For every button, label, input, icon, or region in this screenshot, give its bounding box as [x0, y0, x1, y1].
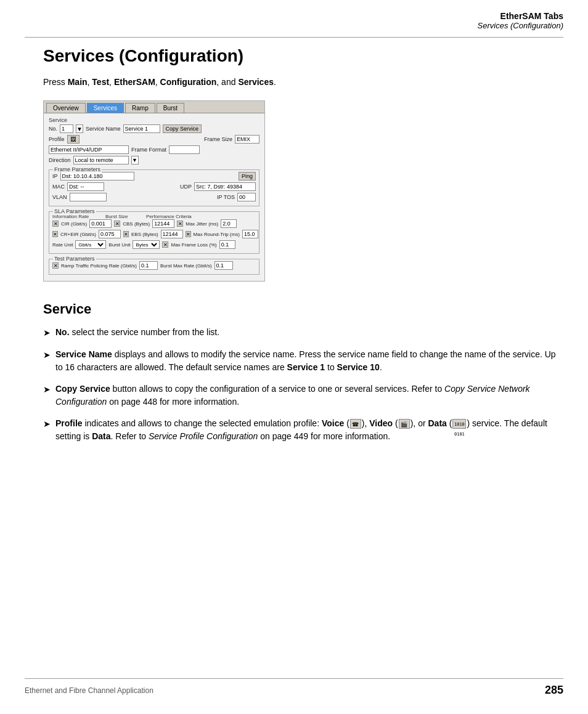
bullet-text-copy-service: Copy Service button allows to copy the c… — [55, 383, 557, 408]
frame-loss-checkbox[interactable] — [162, 241, 168, 248]
bullet-profile: ➤ Profile indicates and allows to change… — [43, 417, 557, 443]
profile-row: Profile 🖼 Frame Size — [49, 135, 259, 144]
arrow-copy-service: ➤ — [43, 383, 51, 396]
rate-unit-label: Rate Unit — [52, 242, 73, 248]
creir-input[interactable] — [99, 230, 121, 238]
frame-format-input[interactable] — [169, 145, 200, 154]
data-bold2: Data — [92, 431, 110, 441]
copy-service-italic: Copy Service Network Configuration — [55, 384, 530, 407]
sla-params-group: SLA Parameters Information Rate Burst Si… — [49, 211, 259, 254]
ramp-input[interactable] — [139, 261, 158, 270]
configuration-bold: Configuration — [160, 77, 217, 87]
tab-overview[interactable]: Overview — [46, 103, 86, 113]
cir-row: CIR (Gbit/s) CBS (Bytes) Max Jitter (ms) — [52, 219, 256, 228]
ip-tos-input[interactable] — [237, 193, 256, 201]
mac-row: MAC UDP — [52, 182, 256, 191]
udp-label: UDP — [180, 184, 192, 190]
info-rate-header: Information Rate — [52, 214, 102, 219]
ebs-label: EBS (Bytes) — [131, 232, 158, 237]
creir-row: CR+EIR (Gbit/s) EBS (Bytes) Max Round-Tr… — [52, 230, 256, 238]
page-number: 285 — [545, 684, 563, 697]
ebs-checkbox[interactable] — [123, 231, 129, 237]
tab-ramp[interactable]: Ramp — [125, 103, 155, 113]
ramp-checkbox[interactable] — [52, 262, 59, 269]
tab-burst[interactable]: Burst — [157, 103, 184, 113]
burst-unit-select[interactable]: Bytes — [133, 240, 160, 249]
frame-format-label: Frame Format — [131, 147, 166, 153]
no-term: No. — [55, 327, 70, 337]
copy-service-button[interactable]: Copy Service — [163, 124, 202, 133]
direction-label: Direction — [49, 157, 71, 163]
profile-term: Profile — [55, 418, 83, 428]
framing-row: Frame Format — [49, 145, 259, 154]
no-dropdown[interactable]: ▼ — [76, 124, 83, 133]
bullet-copy-service: ➤ Copy Service button allows to copy the… — [43, 383, 557, 408]
ramp-label: Ramp Traffic Policing Rate (Gbit/s) — [61, 263, 137, 269]
main-bold: Main — [68, 77, 88, 87]
udp-input[interactable] — [194, 182, 256, 191]
creir-label: CR+EIR (Gbit/s) — [60, 232, 96, 237]
ip-label: IP — [52, 173, 58, 179]
cir-checkbox[interactable] — [52, 221, 59, 227]
burst-unit-label: Burst Unit — [108, 242, 130, 248]
frame-loss-label: Max Frame Loss (%) — [171, 242, 216, 248]
ebs-input[interactable] — [161, 230, 183, 238]
arrow-no: ➤ — [43, 327, 51, 339]
framing-input[interactable] — [49, 145, 129, 154]
test-bold: Test — [92, 77, 109, 87]
frame-size-input[interactable] — [235, 135, 259, 144]
service-section-label: Service — [49, 117, 259, 123]
header-subtitle: Services (Configuration) — [478, 21, 563, 30]
direction-dropdown[interactable]: ▼ — [131, 156, 139, 164]
burst-size-header: Burst Size — [105, 214, 142, 219]
no-input[interactable] — [60, 124, 73, 133]
bullet-text-profile: Profile indicates and allows to change t… — [55, 417, 557, 443]
cir-input[interactable] — [89, 219, 112, 228]
service10-bold: Service 10 — [337, 362, 380, 372]
max-rt-input[interactable] — [242, 230, 258, 238]
mac-input[interactable] — [67, 182, 104, 191]
frame-params-group: Frame Parameters IP Ping MAC UDP VLAN — [49, 169, 259, 206]
intro-paragraph: Press Main, Test, EtherSAM, Configuratio… — [43, 77, 557, 87]
service-subsection-title: Service — [43, 301, 557, 317]
service-profile-italic: Service Profile Configuration — [149, 431, 258, 441]
burst-max-input[interactable] — [214, 261, 233, 270]
cbs-input[interactable] — [152, 219, 174, 228]
page-header: EtherSAM Tabs Services (Configuration) — [478, 11, 563, 30]
rate-unit-select[interactable]: Gbit/s — [75, 240, 106, 249]
vlan-input[interactable] — [70, 193, 107, 201]
frame-params-title: Frame Parameters — [53, 166, 102, 172]
test-params-group: Test Parameters Ramp Traffic Policing Ra… — [49, 259, 259, 275]
frame-size-label: Frame Size — [204, 136, 232, 142]
data-bold: Data — [428, 418, 446, 428]
max-jitter-checkbox[interactable] — [177, 221, 183, 227]
header-rule — [25, 37, 563, 38]
cbs-checkbox[interactable] — [114, 221, 120, 227]
service-no-row: No. ▼ Service Name Copy Service — [49, 124, 259, 133]
ping-button[interactable]: Ping — [239, 172, 256, 181]
direction-row: Direction ▼ — [49, 156, 259, 164]
footer-left-text: Ethernet and Fibre Channel Application — [25, 686, 153, 695]
video-icon: 🎬 — [399, 419, 410, 429]
ip-row: IP Ping — [52, 172, 256, 181]
frame-loss-input[interactable] — [219, 240, 235, 249]
creir-checkbox[interactable] — [52, 231, 58, 237]
max-rt-label: Max Round-Trip (ms) — [194, 232, 240, 237]
profile-label: Profile — [49, 136, 65, 142]
test-params-row: Ramp Traffic Policing Rate (Gbit/s) Burs… — [52, 261, 256, 270]
ip-input[interactable] — [60, 172, 134, 181]
ui-screenshot: Overview Services Ramp Burst Service No.… — [43, 100, 265, 282]
service-name-input[interactable] — [123, 124, 160, 133]
max-jitter-input[interactable] — [221, 219, 237, 228]
data-icon: 10100101 — [452, 419, 466, 429]
header-title: EtherSAM Tabs — [478, 11, 563, 21]
profile-icon[interactable]: 🖼 — [67, 135, 80, 144]
max-rt-checkbox[interactable] — [186, 231, 191, 237]
bullet-text-service-name: Service Name displays and allows to modi… — [55, 348, 557, 374]
voice-bold: Voice — [322, 418, 344, 428]
bullet-service-name: ➤ Service Name displays and allows to mo… — [43, 348, 557, 374]
tab-services[interactable]: Services — [87, 103, 124, 113]
bullet-text-no: No. select the service number from the l… — [55, 326, 557, 339]
sla-params-title: SLA Parameters — [53, 208, 96, 214]
test-params-title: Test Parameters — [53, 256, 96, 262]
